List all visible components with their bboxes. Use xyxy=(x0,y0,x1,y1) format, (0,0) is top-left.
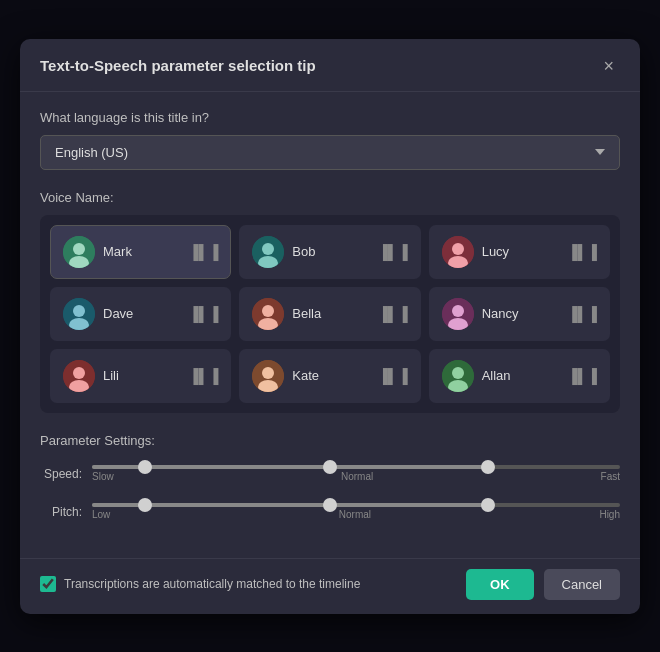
params-label: Parameter Settings: xyxy=(40,433,620,448)
svg-point-1 xyxy=(73,243,85,255)
voice-name-lucy: Lucy xyxy=(482,244,509,259)
voice-grid-container: Mark ▐▌▐ xyxy=(40,215,620,413)
speed-thumb-1[interactable] xyxy=(138,460,152,474)
svg-point-16 xyxy=(452,305,464,317)
svg-point-7 xyxy=(452,243,464,255)
overlay: Text-to-Speech parameter selection tip ×… xyxy=(0,0,660,652)
speed-thumb-2[interactable] xyxy=(323,460,337,474)
svg-point-10 xyxy=(73,305,85,317)
voice-name-allan: Allan xyxy=(482,368,511,383)
voice-name-bob: Bob xyxy=(292,244,315,259)
voice-name-bella: Bella xyxy=(292,306,321,321)
voice-name-dave: Dave xyxy=(103,306,133,321)
transcription-checkbox[interactable] xyxy=(40,576,56,592)
dialog-title: Text-to-Speech parameter selection tip xyxy=(40,57,316,74)
voice-name-mark: Mark xyxy=(103,244,132,259)
pitch-mid-label: Normal xyxy=(339,509,371,520)
voice-card-bella[interactable]: Bella ▐▌▐ xyxy=(239,287,420,341)
speed-row: Speed: Slow Normal Fast xyxy=(40,458,620,490)
checkbox-label: Transcriptions are automatically matched… xyxy=(64,577,360,591)
wave-icon-bob: ▐▌▐ xyxy=(378,244,408,260)
voice-card-mark[interactable]: Mark ▐▌▐ xyxy=(50,225,231,279)
svg-point-4 xyxy=(262,243,274,255)
speed-min-label: Slow xyxy=(92,471,114,482)
wave-icon-kate: ▐▌▐ xyxy=(378,368,408,384)
speed-track xyxy=(92,465,620,469)
pitch-thumb-3[interactable] xyxy=(481,498,495,512)
pitch-min-label: Low xyxy=(92,509,110,520)
close-button[interactable]: × xyxy=(597,55,620,77)
pitch-row: Pitch: Low Normal High xyxy=(40,496,620,528)
svg-point-22 xyxy=(262,367,274,379)
speed-thumb-3[interactable] xyxy=(481,460,495,474)
voice-name-lili: Lili xyxy=(103,368,119,383)
voice-section: Voice Name: xyxy=(40,190,620,413)
wave-icon-dave: ▐▌▐ xyxy=(189,306,219,322)
voice-card-nancy[interactable]: Nancy ▐▌▐ xyxy=(429,287,610,341)
avatar-nancy xyxy=(442,298,474,330)
dialog-footer: Transcriptions are automatically matched… xyxy=(20,558,640,614)
dialog-header: Text-to-Speech parameter selection tip × xyxy=(20,39,640,92)
voice-name-nancy: Nancy xyxy=(482,306,519,321)
dialog: Text-to-Speech parameter selection tip ×… xyxy=(20,39,640,614)
footer-buttons: OK Cancel xyxy=(466,569,620,600)
voice-card-lucy[interactable]: Lucy ▐▌▐ xyxy=(429,225,610,279)
voice-label: Voice Name: xyxy=(40,190,620,205)
avatar-kate xyxy=(252,360,284,392)
ok-button[interactable]: OK xyxy=(466,569,534,600)
speed-mid-label: Normal xyxy=(341,471,373,482)
speed-max-label: Fast xyxy=(601,471,620,482)
wave-icon-nancy: ▐▌▐ xyxy=(567,306,597,322)
checkbox-row: Transcriptions are automatically matched… xyxy=(40,576,360,592)
wave-icon-lucy: ▐▌▐ xyxy=(567,244,597,260)
avatar-allan xyxy=(442,360,474,392)
avatar-lucy xyxy=(442,236,474,268)
pitch-thumb-1[interactable] xyxy=(138,498,152,512)
voice-card-lili[interactable]: Lili ▐▌▐ xyxy=(50,349,231,403)
wave-icon-mark: ▐▌▐ xyxy=(189,244,219,260)
voice-card-bob[interactable]: Bob ▐▌▐ xyxy=(239,225,420,279)
params-section: Parameter Settings: Speed: Slow N xyxy=(40,433,620,528)
avatar-bob xyxy=(252,236,284,268)
wave-icon-allan: ▐▌▐ xyxy=(567,368,597,384)
voice-card-kate[interactable]: Kate ▐▌▐ xyxy=(239,349,420,403)
avatar-mark xyxy=(63,236,95,268)
language-select[interactable]: English (US) English (UK) Spanish French… xyxy=(40,135,620,170)
voice-name-kate: Kate xyxy=(292,368,319,383)
dialog-body: What language is this title in? English … xyxy=(20,92,640,558)
svg-point-13 xyxy=(262,305,274,317)
pitch-track xyxy=(92,503,620,507)
language-row: What language is this title in? English … xyxy=(40,110,620,170)
language-label: What language is this title in? xyxy=(40,110,620,125)
wave-icon-bella: ▐▌▐ xyxy=(378,306,408,322)
voice-card-allan[interactable]: Allan ▐▌▐ xyxy=(429,349,610,403)
wave-icon-lili: ▐▌▐ xyxy=(189,368,219,384)
pitch-label: Pitch: xyxy=(40,505,82,519)
pitch-thumb-2[interactable] xyxy=(323,498,337,512)
avatar-bella xyxy=(252,298,284,330)
avatar-dave xyxy=(63,298,95,330)
speed-label: Speed: xyxy=(40,467,82,481)
voice-grid: Mark ▐▌▐ xyxy=(50,225,610,403)
avatar-lili xyxy=(63,360,95,392)
pitch-max-label: High xyxy=(599,509,620,520)
cancel-button[interactable]: Cancel xyxy=(544,569,620,600)
pitch-slider-wrap: Low Normal High xyxy=(92,496,620,528)
speed-slider-wrap: Slow Normal Fast xyxy=(92,458,620,490)
voice-card-dave[interactable]: Dave ▐▌▐ xyxy=(50,287,231,341)
svg-point-25 xyxy=(452,367,464,379)
svg-point-19 xyxy=(73,367,85,379)
